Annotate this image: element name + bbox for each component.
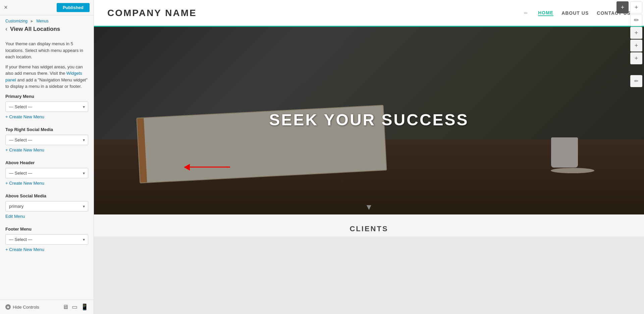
select-wrap-above-social: — Select —primaryfooter-menu▾ [5,201,88,211]
device-mobile-button[interactable]: 📱 [81,303,88,311]
edit-menu-link-above-social[interactable]: Edit Menu [5,213,25,220]
description-1: Your theme can display menus in 5 locati… [5,41,88,60]
menu-label-primary: Primary Menu [5,93,88,100]
menu-sections-container: Primary Menu— Select —primaryfooter-menu… [5,93,88,253]
panel-body: Your theme can display menus in 5 locati… [0,36,94,300]
menu-section-footer: Footer Menu— Select —primaryfooter-menu▾… [5,226,88,253]
clients-section: CLIENTS [94,214,644,237]
panel-bottombar: ◉ Hide Controls 🖥 ▭ 📱 [0,300,94,314]
menu-section-above-social: Above Social Media— Select —primaryfoote… [5,193,88,220]
nav-edit-icon: ✏ [524,10,528,16]
menu-label-above-header: Above Header [5,160,88,166]
select-wrap-footer: — Select —primaryfooter-menu▾ [5,234,88,245]
breadcrumb-customizing[interactable]: Customizing [5,19,28,23]
create-menu-link-top-right-social[interactable]: + Create New Menu [5,147,44,153]
menu-select-above-social[interactable]: — Select —primaryfooter-menu [5,201,88,211]
right-sidebar: + ✏ + + + ✏ [629,0,644,87]
sidebar-add-4[interactable]: + [630,40,642,52]
preview-area: COMPANY NAME ✏ HOME ABOUT US CONTACT US … [94,0,644,314]
nav-home[interactable]: HOME [538,10,553,16]
menu-section-primary: Primary Menu— Select —primaryfooter-menu… [5,93,88,120]
site-header: COMPANY NAME ✏ HOME ABOUT US CONTACT US [94,0,644,27]
hide-controls-button[interactable]: ◉ Hide Controls [5,304,39,310]
hide-controls-label: Hide Controls [13,305,39,310]
sidebar-add-3[interactable]: + [630,27,642,39]
published-button[interactable]: Published [57,3,90,12]
panel-back-button[interactable]: ‹ [5,25,7,33]
breadcrumb-menus[interactable]: Menus [37,19,49,23]
menu-label-footer: Footer Menu [5,226,88,233]
top-right-add-button[interactable]: + [616,1,629,13]
top-right-add-area: + [616,1,629,13]
panel-title: View All Locations [10,26,60,33]
menu-select-primary[interactable]: — Select —primaryfooter-menu [5,102,88,112]
site-logo: COMPANY NAME [107,8,524,18]
menu-label-above-social: Above Social Media [5,193,88,199]
clients-title: CLIENTS [94,225,644,233]
breadcrumb: Customizing ► Menus [0,15,94,25]
panel-topbar: × Published [0,0,94,15]
menu-select-top-right-social[interactable]: — Select —primaryfooter-menu [5,135,88,145]
select-wrap-top-right-social: — Select —primaryfooter-menu▾ [5,135,88,145]
site-nav: ✏ HOME ABOUT US CONTACT US [524,10,631,16]
create-menu-link-primary[interactable]: + Create New Menu [5,114,44,120]
hero-title: SEEK YOUR SUCCESS [269,111,469,129]
hero-text-container: SEEK YOUR SUCCESS [269,111,469,129]
hero-arrow: ▼ [365,202,373,212]
menu-section-above-header: Above Header— Select —primaryfooter-menu… [5,160,88,187]
sidebar-pencil[interactable]: ✏ [630,75,642,87]
menu-select-footer[interactable]: — Select —primaryfooter-menu [5,234,88,245]
select-wrap-above-header: — Select —primaryfooter-menu▾ [5,168,88,178]
sidebar-add-2[interactable]: ✏ [630,14,642,26]
description-2: If your theme has widget areas, you can … [5,64,88,90]
device-tablet-button[interactable]: ▭ [72,303,77,311]
close-button[interactable]: × [4,4,8,11]
sidebar-add-5[interactable]: + [630,52,642,64]
create-menu-link-above-header[interactable]: + Create New Menu [5,180,44,187]
nav-about[interactable]: ABOUT US [561,10,589,16]
sidebar-add-top[interactable]: + [630,1,642,13]
customizer-panel: × Published Customizing ► Menus ‹ View A… [0,0,94,314]
create-menu-link-footer[interactable]: + Create New Menu [5,246,44,253]
device-icons: 🖥 ▭ 📱 [62,303,88,311]
device-desktop-button[interactable]: 🖥 [62,303,68,311]
breadcrumb-sep: ► [30,19,34,23]
hide-controls-icon: ◉ [5,304,11,310]
menu-select-above-header[interactable]: — Select —primaryfooter-menu [5,168,88,178]
menu-label-top-right-social: Top Right Social Media [5,126,88,133]
menu-section-top-right-social: Top Right Social Media— Select —primaryf… [5,126,88,153]
select-wrap-primary: — Select —primaryfooter-menu▾ [5,102,88,112]
panel-title-row: ‹ View All Locations [0,25,94,36]
hero-section: SEEK YOUR SUCCESS ▼ [94,27,644,214]
